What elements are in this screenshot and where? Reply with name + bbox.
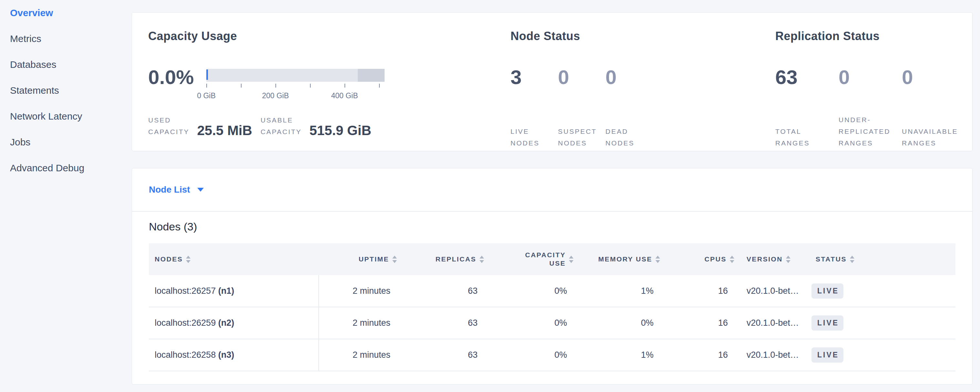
sort-icon [186, 256, 191, 263]
cpus-cell: 16 [665, 339, 739, 371]
node-status-title: Node Status [511, 29, 580, 43]
summary-stat-value: 0 [838, 65, 902, 89]
column-header-cpus[interactable]: CPUS [665, 243, 739, 275]
replication-status-values: 6300 [775, 65, 965, 89]
status-cell: LIVE [808, 339, 955, 371]
sort-icon [730, 256, 734, 263]
nodes-count-title: Nodes (3) [149, 220, 955, 234]
replication-status-title: Replication Status [775, 29, 880, 43]
column-header-label: UPTIME [359, 255, 389, 263]
memory-use-cell: 1% [578, 275, 665, 307]
summary-stat-value: 0 [558, 65, 605, 89]
node-address-cell[interactable]: localhost:26257 (n1) [149, 275, 319, 307]
column-header-nodes[interactable]: NODES [149, 243, 319, 275]
column-header-replicas[interactable]: REPLICAS [402, 243, 489, 275]
uptime-cell: 2 minutes [319, 307, 402, 339]
capacity-stat-value: 515.9 GiB [309, 123, 371, 138]
sort-icon [786, 256, 791, 263]
summary-stat-label: TOTAL RANGES [775, 126, 838, 149]
cpus-cell: 16 [665, 307, 739, 339]
table-row[interactable]: localhost:26257 (n1)2 minutes630%1%16v20… [149, 275, 955, 307]
column-header-memory-use[interactable]: MEMORY USE [578, 243, 665, 275]
sidebar-item-metrics[interactable]: Metrics [0, 26, 132, 52]
node-address-cell[interactable]: localhost:26258 (n3) [149, 339, 319, 371]
node-list-dropdown-label: Node List [149, 185, 190, 195]
cluster-summary-card: Capacity Usage 0.0% 0 GiB200 GiB400 GiB … [132, 12, 972, 151]
nodes-table-header-row: NODESUPTIMEREPLICASCAPACITY USEMEMORY US… [149, 243, 955, 275]
sidebar-item-advanced-debug[interactable]: Advanced Debug [0, 155, 132, 181]
sort-icon [392, 256, 397, 263]
capacity-bar-other-segment [358, 69, 385, 82]
node-list-card: Node List Nodes (3) NODESUPTIMEREPLICASC… [132, 168, 972, 384]
sidebar-item-network-latency[interactable]: Network Latency [0, 104, 132, 129]
axis-tick-label: 0 GiB [197, 91, 216, 100]
status-badge: LIVE [811, 316, 843, 331]
node-id: (n3) [218, 350, 234, 360]
column-header-version[interactable]: VERSION [739, 243, 808, 275]
axis-tick [379, 84, 380, 88]
replicas-cell: 63 [402, 339, 489, 371]
node-address-cell[interactable]: localhost:26259 (n2) [149, 307, 319, 339]
axis-tick [241, 84, 242, 88]
capacity-stat-label: USED CAPACITY [148, 115, 189, 138]
axis-tick [310, 84, 311, 88]
sort-icon [569, 256, 573, 263]
sidebar-item-overview[interactable]: Overview [0, 0, 132, 26]
axis-tick [206, 84, 207, 88]
axis-tick [345, 84, 345, 88]
column-header-label: STATUS [816, 255, 846, 263]
capacity-bar-chart [206, 69, 385, 82]
node-address: localhost:26259 [155, 318, 216, 328]
summary-stat-label: LIVE NODES [511, 126, 558, 149]
sidebar-item-jobs[interactable]: Jobs [0, 129, 132, 155]
status-badge: LIVE [811, 284, 843, 299]
column-header-label: CPUS [705, 255, 727, 263]
version-cell: v20.1.0-bet… [739, 339, 808, 371]
node-address: localhost:26257 [155, 286, 216, 296]
sidebar: OverviewMetricsDatabasesStatementsNetwor… [0, 0, 132, 392]
version-cell: v20.1.0-bet… [739, 275, 808, 307]
status-cell: LIVE [808, 307, 955, 339]
table-row[interactable]: localhost:26259 (n2)2 minutes630%0%16v20… [149, 307, 955, 339]
summary-stat-label: SUSPECT NODES [558, 126, 605, 149]
memory-use-cell: 1% [578, 339, 665, 371]
table-row[interactable]: localhost:26258 (n3)2 minutes630%1%16v20… [149, 339, 955, 371]
capacity-use-cell: 0% [489, 339, 578, 371]
uptime-cell: 2 minutes [319, 339, 402, 371]
version-cell: v20.1.0-bet… [739, 307, 808, 339]
capacity-used-percent: 0.0% [148, 65, 194, 89]
sidebar-item-databases[interactable]: Databases [0, 52, 132, 78]
capacity-bar-usable-segment [206, 69, 358, 82]
node-id: (n1) [218, 286, 234, 296]
node-status-values: 300 [511, 65, 653, 89]
capacity-stat-value: 25.5 MiB [197, 123, 252, 138]
sort-icon [479, 256, 484, 263]
column-header-status[interactable]: STATUS [808, 243, 955, 275]
summary-stat-label: UNAVAILABLE RANGES [902, 126, 965, 149]
column-header-label: VERSION [746, 255, 783, 263]
cpus-cell: 16 [665, 275, 739, 307]
sidebar-item-statements[interactable]: Statements [0, 78, 132, 104]
replicas-cell: 63 [402, 275, 489, 307]
axis-tick-label: 200 GiB [262, 91, 289, 100]
replication-status-section: Replication Status 6300 TOTAL RANGESUNDE… [775, 13, 972, 151]
node-status-labels: LIVE NODESSUSPECT NODESDEAD NODES [511, 93, 653, 149]
status-cell: LIVE [808, 275, 955, 307]
node-list-dropdown[interactable]: Node List [149, 185, 204, 195]
node-id: (n2) [218, 318, 234, 328]
capacity-stats: USED CAPACITY25.5 MiBUSABLE CAPACITY515.… [148, 115, 371, 138]
column-header-label: REPLICAS [436, 255, 476, 263]
memory-use-cell: 0% [578, 307, 665, 339]
capacity-usage-title: Capacity Usage [148, 29, 237, 43]
node-table-body: Nodes (3) NODESUPTIMEREPLICASCAPACITY US… [132, 220, 972, 371]
capacity-usage-section: Capacity Usage 0.0% 0 GiB200 GiB400 GiB … [132, 13, 511, 151]
node-address: localhost:26258 [155, 350, 216, 360]
summary-stat-value: 0 [605, 65, 653, 89]
capacity-bar-used-marker [206, 70, 208, 80]
replicas-cell: 63 [402, 307, 489, 339]
uptime-cell: 2 minutes [319, 275, 402, 307]
replication-status-labels: TOTAL RANGESUNDER- REPLICATED RANGESUNAV… [775, 93, 965, 149]
column-header-uptime[interactable]: UPTIME [319, 243, 402, 275]
column-header-capacity-use[interactable]: CAPACITY USE [489, 243, 578, 275]
column-header-label: MEMORY USE [598, 255, 652, 263]
